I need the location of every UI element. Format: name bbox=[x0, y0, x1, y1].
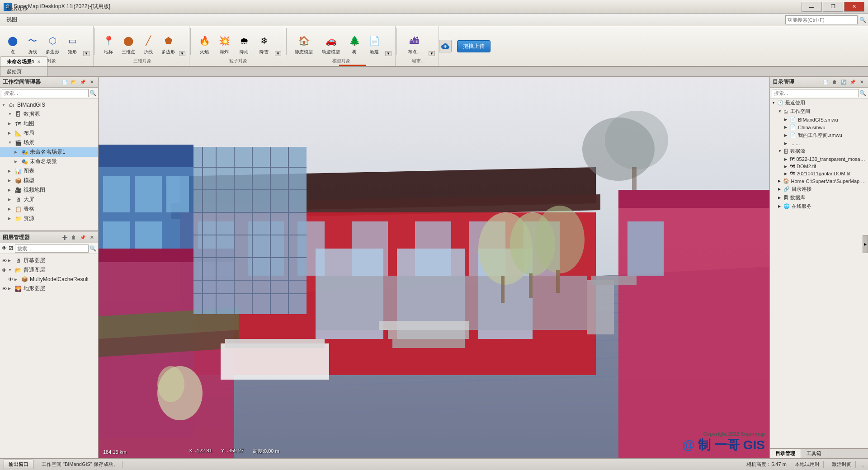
expand-icon-scene1[interactable]: ▶ bbox=[14, 150, 20, 154]
cat-expand-ellipsis1[interactable]: ▶ bbox=[784, 141, 789, 146]
city-scroll-down[interactable]: ▼ bbox=[429, 51, 435, 56]
cat-expand-myworkspace[interactable]: ▶ bbox=[784, 133, 789, 137]
ws-tree-item-model[interactable]: ▶📦模型 bbox=[0, 176, 98, 185]
ribbon-btn-polyline[interactable]: 〜 折线 bbox=[24, 33, 42, 56]
cat-expand-china_smwu[interactable]: ▶ bbox=[784, 125, 789, 129]
cat-expand-catalog_link[interactable]: ▶ bbox=[778, 187, 783, 191]
layer-delete-btn[interactable]: 🗑 bbox=[70, 234, 77, 241]
layer-item-screen[interactable]: 👁▶🖥屏幕图层 bbox=[0, 256, 98, 265]
ws-tree-item-datasource[interactable]: ▼🗄数据源 bbox=[0, 109, 98, 119]
minimize-button[interactable]: — bbox=[802, 2, 822, 12]
ribbon-btn-static-model[interactable]: 🏠 静态模型 bbox=[291, 33, 316, 56]
catalog-item-bimgis_smwu[interactable]: ▶📄BIMandGIS.smwu bbox=[770, 116, 868, 123]
layer-expand-normal[interactable]: ▼ bbox=[8, 268, 14, 272]
supermap-cloud-icon[interactable] bbox=[439, 40, 452, 52]
catalog-item-datasource3[interactable]: ▶🗄数据库 bbox=[770, 193, 868, 202]
catalog-search-icon[interactable]: 🔍 bbox=[859, 90, 866, 96]
layer-item-normal[interactable]: 👁▼📂普通图层 bbox=[0, 265, 98, 275]
viewport[interactable]: 184.15 km X: -122.81 Y: -359.27 高度:0.00 … bbox=[99, 77, 769, 458]
cat-expand-mosaic[interactable]: ▶ bbox=[784, 157, 788, 161]
ribbon-btn-new[interactable]: 📄 新建 bbox=[365, 33, 383, 56]
ws-tree-item-chart[interactable]: ▶📊图表 bbox=[0, 166, 98, 176]
expand-icon-bigscreen[interactable]: ▶ bbox=[8, 197, 14, 202]
ws-tree-item-resource[interactable]: ▶📁资源 bbox=[0, 214, 98, 223]
workspace-search-input[interactable] bbox=[2, 89, 89, 97]
cat-expand-workspace[interactable]: ▼ bbox=[778, 109, 783, 113]
expand-icon-map[interactable]: ▶ bbox=[8, 122, 14, 126]
ws-tree-item-bigscreen[interactable]: ▶🖥大屏 bbox=[0, 195, 98, 204]
expand-icon-model[interactable]: ▶ bbox=[8, 179, 14, 183]
catalog-item-datasource2[interactable]: ▼🗄数据源 bbox=[770, 147, 868, 155]
catalog-item-ellipsis1[interactable]: ▶...... bbox=[770, 140, 868, 147]
ws-tree-item-scene1[interactable]: ▶🎭未命名名场景1 bbox=[0, 147, 98, 157]
ws-tree-item-scene[interactable]: ▼🎬场景 bbox=[0, 138, 98, 147]
catalog-refresh-btn[interactable]: 🔄 bbox=[840, 79, 847, 86]
menu-item-数据迁移[interactable]: 数据迁移 bbox=[2, 3, 43, 14]
workspace-new-btn[interactable]: 📄 bbox=[61, 79, 68, 86]
ribbon-btn-track-model[interactable]: 🚗 轨迹模型 bbox=[318, 33, 344, 56]
layer-item-terrain[interactable]: 👁▶🌄地形图层 bbox=[0, 284, 98, 293]
cat-expand-datasource2[interactable]: ▼ bbox=[778, 149, 783, 153]
catalog-item-dom2[interactable]: ▶🗺DOM2.tif bbox=[770, 163, 868, 170]
ribbon-btn-snow[interactable]: ❄ 降雪 bbox=[255, 33, 273, 56]
layer-search-input[interactable] bbox=[15, 244, 89, 253]
layer-select-btn[interactable]: ☑ bbox=[9, 245, 13, 251]
3d-scroll-down[interactable]: ▼ bbox=[179, 51, 185, 56]
expand-icon-video[interactable]: ▶ bbox=[8, 188, 14, 192]
catalog-item-gaolanDOM[interactable]: ▶🗺20210411gaolanDOM.tif bbox=[770, 170, 868, 177]
catalog-item-china_smwu[interactable]: ▶📄China.smwu bbox=[770, 123, 868, 131]
catalog-pin-btn[interactable]: 📌 bbox=[849, 79, 856, 86]
model-scroll-down[interactable]: ▼ bbox=[385, 51, 392, 56]
catalog-item-mosaic[interactable]: ▶🗺0522-130_transparent_mosaic_... bbox=[770, 155, 868, 163]
layer-vis-normal[interactable]: 👁 bbox=[2, 268, 7, 273]
catalog-delete-btn[interactable]: 🗑 bbox=[831, 79, 838, 86]
ws-tree-item-table[interactable]: ▶📋表格 bbox=[0, 204, 98, 214]
workspace-pin-btn[interactable]: 📌 bbox=[79, 79, 86, 86]
ribbon-btn-rect[interactable]: ▭ 矩形 bbox=[63, 33, 81, 56]
expand-icon-scene[interactable]: ▼ bbox=[8, 141, 14, 145]
ribbon-btn-tree[interactable]: 🌲 树 bbox=[345, 33, 363, 56]
catalog-item-workspace[interactable]: ▼🗂工作空间 bbox=[770, 107, 868, 116]
ribbon-btn-explode[interactable]: 💥 爆炸 bbox=[215, 33, 233, 56]
catalog-item-catalog_link[interactable]: ▶🔗目录连接 bbox=[770, 185, 868, 193]
upload-button[interactable]: 拖拽上传 bbox=[457, 40, 491, 52]
search-icon[interactable]: 🔍 bbox=[859, 17, 866, 23]
layer-visibility-btn[interactable]: 👁 bbox=[2, 245, 7, 251]
catalog-item-online_service[interactable]: ▶🌐在线服务 bbox=[770, 202, 868, 211]
output-window-btn[interactable]: 输出窗口 bbox=[4, 460, 33, 469]
cat-expand-gaolanDOM[interactable]: ▶ bbox=[784, 172, 789, 176]
rp-tab-catalog[interactable]: 目录管理 bbox=[770, 449, 801, 458]
tab-home[interactable]: 起始页 bbox=[0, 66, 47, 76]
ribbon-btn-city[interactable]: 🏙 布点... bbox=[401, 33, 427, 56]
ws-tree-item-scene2[interactable]: ▶🎭未命名场景 bbox=[0, 157, 98, 166]
workspace-close-btn[interactable]: ✕ bbox=[88, 79, 95, 86]
layer-add-btn[interactable]: ➕ bbox=[61, 234, 68, 241]
catalog-close-btn[interactable]: ✕ bbox=[858, 79, 865, 86]
cad-scroll-down[interactable]: ▼ bbox=[83, 51, 90, 56]
layer-pin-btn[interactable]: 📌 bbox=[79, 234, 86, 241]
tab-scene1[interactable]: 未命名场景1✕ bbox=[0, 56, 47, 66]
ws-tree-item-video[interactable]: ▶🎥视频地图 bbox=[0, 185, 98, 195]
cat-expand-datasource3[interactable]: ▶ bbox=[778, 196, 783, 200]
catalog-item-home_c[interactable]: ▶🏠Home-C:\SuperMap\SuperMap iDeskt... bbox=[770, 177, 868, 185]
ribbon-btn-3dline[interactable]: ╱ 折线 bbox=[139, 33, 157, 56]
ribbon-btn-fire[interactable]: 🔥 火焰 bbox=[195, 33, 213, 56]
search-input[interactable] bbox=[785, 15, 858, 24]
expand-icon-scene2[interactable]: ▶ bbox=[14, 160, 20, 164]
close-button[interactable]: ✕ bbox=[844, 2, 864, 12]
ribbon-btn-point[interactable]: ⬤ 点 bbox=[4, 33, 22, 56]
ribbon-btn-3dpoly[interactable]: ⬟ 多边形 bbox=[159, 33, 177, 56]
ws-tree-item-bimgis[interactable]: ▼🗂BIMandGIS bbox=[0, 100, 98, 109]
ws-tree-item-map[interactable]: ▶🗺地图 bbox=[0, 119, 98, 128]
rp-tab-toolbox[interactable]: 工具箱 bbox=[801, 449, 827, 458]
layer-expand-multi_model[interactable]: ▶ bbox=[14, 277, 20, 282]
expand-icon-table[interactable]: ▶ bbox=[8, 207, 14, 211]
workspace-search-icon[interactable]: 🔍 bbox=[90, 90, 96, 96]
layer-expand-terrain[interactable]: ▶ bbox=[8, 287, 14, 291]
expand-icon-chart[interactable]: ▶ bbox=[8, 169, 14, 173]
cat-expand-dom2[interactable]: ▶ bbox=[784, 164, 789, 169]
catalog-item-myworkspace[interactable]: ▶📄我的工作空间.smwu bbox=[770, 131, 868, 140]
layer-vis-terrain[interactable]: 👁 bbox=[2, 286, 7, 291]
ribbon-btn-polygon[interactable]: ⬡ 多边形 bbox=[43, 33, 61, 56]
expand-icon-datasource[interactable]: ▼ bbox=[8, 112, 14, 116]
